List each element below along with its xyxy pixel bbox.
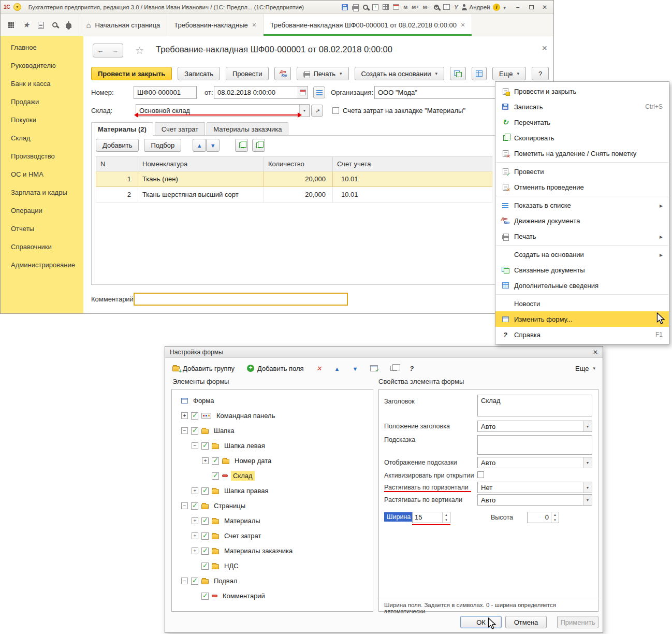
memory-mminus-button[interactable]: M− (423, 4, 430, 10)
sidebar-item-salary-hr[interactable]: Зарплата и кадры (1, 183, 83, 201)
back-button[interactable] (93, 44, 108, 57)
visibility-checkbox[interactable] (201, 563, 209, 570)
send-icon[interactable] (372, 4, 378, 10)
tab-materials[interactable]: Материалы (2) (91, 122, 153, 136)
tab-requirements-list[interactable]: Требования-накладные (167, 14, 264, 36)
chevron-down-icon[interactable] (583, 421, 592, 431)
menu-item-related-documents[interactable]: Связанные документы (495, 262, 669, 278)
main-menu-icon[interactable] (13, 3, 21, 11)
visibility-checkbox[interactable] (201, 487, 209, 495)
calendar-icon[interactable] (393, 4, 399, 10)
favorite-star-icon[interactable] (135, 45, 144, 56)
tab-document[interactable]: Требование-накладная ШФ00-000001 от 08.0… (264, 14, 472, 36)
tab-home[interactable]: Начальная страница (79, 14, 167, 36)
sidebar-item-production[interactable]: Производство (1, 147, 83, 165)
tree-item-header-right[interactable]: Шапка правая (172, 483, 373, 498)
table-row[interactable]: 1 Ткань (лен) 20,000 10.01 (96, 171, 492, 187)
copy-rows-button[interactable] (235, 139, 248, 152)
tab-customer-materials[interactable]: Материалы заказчика (207, 122, 288, 135)
cell-quantity[interactable]: 20,000 (264, 171, 333, 187)
number-input[interactable]: ШФ00-000001 (134, 86, 197, 99)
menu-item-news[interactable]: Новости (495, 296, 669, 311)
visibility-checkbox[interactable] (201, 442, 209, 450)
menu-item-save[interactable]: Записать Ctrl+S (495, 99, 669, 114)
move-down-button[interactable] (206, 139, 220, 152)
visibility-checkbox[interactable] (201, 593, 209, 600)
cascade-windows-button[interactable] (387, 364, 400, 373)
more-button[interactable]: Еще (492, 67, 526, 80)
menu-item-help[interactable]: Справка F1 (495, 327, 669, 342)
tree-item-form[interactable]: Форма (172, 393, 373, 408)
tree-item-customer-materials[interactable]: Материалы заказчика (172, 543, 373, 558)
expand-icon[interactable] (202, 457, 209, 464)
print-button[interactable]: Печать (297, 67, 348, 80)
help-button[interactable]: ? (532, 67, 549, 80)
menu-item-copy[interactable]: Скопировать (495, 130, 669, 146)
sidebar-item-administration[interactable]: Администрирование (1, 256, 83, 274)
cell-quantity[interactable]: 20,000 (264, 187, 333, 203)
chevron-down-icon[interactable] (583, 482, 592, 493)
cell-n[interactable]: 1 (96, 171, 138, 187)
width-stepper[interactable]: 15 (412, 512, 450, 523)
title-position-select[interactable]: Авто (477, 421, 592, 432)
expand-icon[interactable] (181, 412, 188, 419)
cell-n[interactable]: 2 (96, 187, 138, 203)
expand-icon[interactable] (192, 517, 198, 524)
move-up-button[interactable] (331, 363, 343, 374)
move-up-button[interactable] (193, 139, 206, 152)
hint-display-select[interactable]: Авто (477, 457, 592, 468)
menu-item-unpost[interactable]: Отменить проведение (495, 179, 669, 195)
stepper-buttons[interactable] (442, 512, 450, 523)
expand-icon[interactable] (192, 532, 198, 539)
expand-icon[interactable] (192, 547, 198, 554)
sidebar-item-operations[interactable]: Операции (1, 201, 83, 220)
cancel-button[interactable]: Отмена (505, 616, 547, 628)
visibility-checkbox[interactable] (191, 502, 198, 510)
split-panel-icon[interactable] (443, 4, 450, 10)
sidebar-item-fixed-assets[interactable]: ОС и НМА (1, 165, 83, 183)
print-icon[interactable] (352, 6, 359, 10)
cost-accounts-checkbox-row[interactable]: Счета затрат на закладке "Материалы" (332, 104, 465, 117)
tree-item-materials[interactable]: Материалы (172, 513, 373, 528)
info-icon[interactable] (493, 4, 500, 11)
menu-item-create-from[interactable]: Создать на основании (495, 247, 669, 262)
sidebar-item-reports[interactable]: Отчеты (1, 220, 83, 238)
column-header-quantity[interactable]: Количество (264, 157, 333, 171)
table-icon[interactable] (383, 4, 389, 10)
apply-button[interactable]: Применить (557, 616, 598, 628)
check-all-button[interactable] (367, 363, 381, 373)
sidebar-item-sales[interactable]: Продажи (1, 93, 83, 111)
title-prop-input[interactable]: Склад (477, 395, 592, 416)
tree-item-pages[interactable]: Страницы (172, 498, 373, 513)
activate-on-open-checkbox[interactable] (477, 471, 484, 478)
menu-grid-icon[interactable] (8, 22, 14, 28)
tree-item-header[interactable]: Шапка (172, 423, 373, 438)
save-button[interactable]: Записать (178, 67, 220, 80)
sidebar-item-purchases[interactable]: Покупки (1, 111, 83, 129)
notifications-bell-icon[interactable] (66, 23, 71, 28)
collapse-icon[interactable] (181, 502, 188, 509)
tab-cost-account[interactable]: Счет затрат (155, 122, 205, 135)
comment-input[interactable] (134, 293, 348, 306)
menu-item-reread[interactable]: Перечитать (495, 114, 669, 130)
tree-item-header-left[interactable]: Шапка левая (172, 438, 373, 453)
stepper-buttons[interactable] (551, 512, 559, 523)
menu-item-movements[interactable]: Движения документа (495, 213, 669, 228)
tree-item-command-bar[interactable]: Командная панель (172, 408, 373, 423)
sidebar-item-main[interactable]: Главное (1, 38, 83, 56)
move-down-button[interactable] (349, 363, 361, 374)
collapse-icon[interactable] (181, 427, 188, 434)
cell-account[interactable]: 10.01 (333, 187, 492, 203)
menu-item-additional-info[interactable]: Дополнительные сведения (495, 278, 669, 293)
visibility-checkbox[interactable] (191, 578, 198, 585)
document-movements-button[interactable] (274, 67, 291, 80)
minimize-button[interactable] (512, 3, 523, 12)
collapse-icon[interactable] (192, 442, 198, 449)
open-warehouse-button[interactable] (311, 105, 323, 117)
menu-item-print[interactable]: Печать (495, 228, 669, 244)
subordination-structure-button[interactable] (313, 87, 325, 98)
cell-account[interactable]: 10.01 (333, 171, 492, 187)
visibility-checkbox[interactable] (191, 412, 198, 420)
menu-item-post-close[interactable]: Провести и закрыть (495, 83, 669, 99)
close-icon[interactable] (252, 21, 256, 29)
